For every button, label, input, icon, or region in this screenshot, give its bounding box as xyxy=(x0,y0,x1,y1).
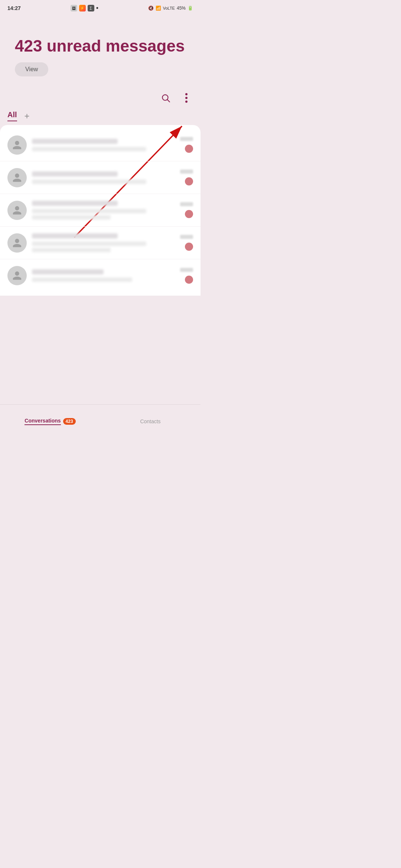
signal-label: VoLTE xyxy=(163,6,175,10)
contact-name xyxy=(32,201,118,206)
message-preview xyxy=(32,241,146,246)
contact-name xyxy=(32,139,118,144)
svg-line-1 xyxy=(167,100,170,102)
message-preview xyxy=(32,147,146,151)
mute-icon: 🔇 xyxy=(148,6,154,11)
conversation-meta xyxy=(180,202,193,218)
conversation-content xyxy=(27,171,180,184)
unread-indicator xyxy=(185,210,193,218)
more-options-icon[interactable] xyxy=(180,91,193,105)
status-time: 14:27 xyxy=(7,5,21,11)
conversation-meta xyxy=(180,268,193,284)
conversation-content xyxy=(27,201,180,220)
conversation-list xyxy=(0,125,200,296)
conversation-meta xyxy=(180,137,193,153)
avatar xyxy=(7,266,27,285)
notification-icon-code: Σ xyxy=(88,5,94,11)
message-preview xyxy=(32,277,132,282)
nav-conversations-row: Conversations 423 xyxy=(25,418,75,425)
search-icon[interactable] xyxy=(159,91,172,105)
list-item[interactable] xyxy=(0,194,200,227)
conversation-content xyxy=(27,139,180,151)
contact-name xyxy=(32,233,118,239)
unread-indicator xyxy=(185,276,193,284)
message-preview-2 xyxy=(32,215,111,220)
unread-indicator xyxy=(185,145,193,153)
notification-dot: • xyxy=(96,4,98,12)
wifi-icon: 📶 xyxy=(156,6,161,11)
avatar xyxy=(7,135,27,155)
message-time xyxy=(180,170,193,174)
unread-messages-title: 423 unread messages xyxy=(15,37,186,55)
nav-conversations[interactable]: Conversations 423 xyxy=(0,405,100,434)
message-time xyxy=(180,268,193,272)
battery-label: 45% xyxy=(177,6,186,11)
status-bar: 14:27 🖼 ⚡ Σ • 🔇 📶 VoLTE 45% 🔋 xyxy=(0,0,200,15)
header-area: 423 unread messages View xyxy=(0,15,200,88)
message-preview xyxy=(32,209,146,213)
avatar xyxy=(7,201,27,220)
conversations-badge: 423 xyxy=(63,418,76,425)
conversation-meta xyxy=(180,170,193,185)
conversation-meta xyxy=(180,235,193,251)
avatar xyxy=(7,233,27,253)
nav-contacts[interactable]: Contacts xyxy=(100,405,200,434)
contacts-label: Contacts xyxy=(140,418,160,424)
unread-indicator xyxy=(185,177,193,185)
conversation-content xyxy=(27,269,180,282)
notification-icon-turbo: ⚡ xyxy=(79,5,86,11)
avatar xyxy=(7,168,27,187)
message-time xyxy=(180,235,193,239)
svg-point-3 xyxy=(185,97,188,99)
battery-icon: 🔋 xyxy=(188,6,193,11)
conversation-content xyxy=(27,233,180,252)
message-time xyxy=(180,202,193,206)
tabs-row: All + xyxy=(0,108,200,121)
conversations-label: Conversations xyxy=(25,418,61,425)
list-item[interactable] xyxy=(0,161,200,194)
view-button[interactable]: View xyxy=(15,62,48,76)
svg-point-2 xyxy=(185,93,188,95)
svg-point-4 xyxy=(185,101,188,103)
message-preview-2 xyxy=(32,248,111,252)
status-right: 🔇 📶 VoLTE 45% 🔋 xyxy=(148,6,193,11)
tab-all[interactable]: All xyxy=(7,111,17,121)
list-item[interactable] xyxy=(0,227,200,259)
contact-name xyxy=(32,171,118,177)
list-item[interactable] xyxy=(0,129,200,161)
list-item[interactable] xyxy=(0,259,200,292)
bottom-navigation: Conversations 423 Contacts xyxy=(0,404,200,434)
contact-name xyxy=(32,269,104,274)
notification-icon-photo: 🖼 xyxy=(71,5,77,11)
tab-add-button[interactable]: + xyxy=(25,112,30,121)
toolbar xyxy=(0,88,200,108)
message-preview xyxy=(32,180,146,184)
message-time xyxy=(180,137,193,141)
unread-indicator xyxy=(185,243,193,251)
